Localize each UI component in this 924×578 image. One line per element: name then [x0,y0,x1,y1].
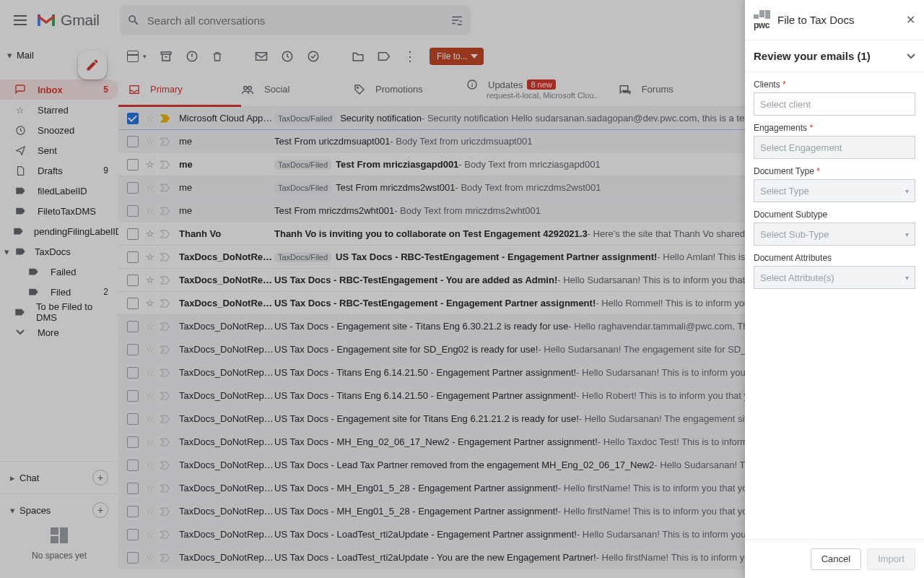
file-to-taxdocs-panel: pwc File to Tax Docs ✕ Review your email… [745,0,924,578]
doctype-label: Document Type * [754,166,915,176]
import-label: Import [878,553,905,564]
placeholder-text: Select Type [760,186,809,197]
placeholder-text: Select client [760,99,811,110]
placeholder-text: Select Sub-Type [760,229,829,240]
cancel-label: Cancel [821,553,850,564]
attrs-label: Document Attributes [754,253,915,263]
engagements-select[interactable]: Select Engagement [754,136,915,159]
panel-header: pwc File to Tax Docs ✕ [745,0,924,40]
doctype-select[interactable]: Select Type▾ [754,179,915,202]
subtype-label: Document Subtype [754,210,915,220]
clients-label: Clients * [754,79,915,90]
import-button[interactable]: Import [867,548,915,570]
chevron-down-icon: ▾ [905,230,909,238]
panel-form: Clients * Select client Engagements * Se… [745,72,924,539]
pwc-logo: pwc [754,10,770,30]
engagements-label: Engagements * [754,123,915,133]
panel-title: File to Tax Docs [777,14,854,26]
review-label: Review your emails (1) [754,50,871,62]
clients-select[interactable]: Select client [754,92,915,116]
subtype-select[interactable]: Select Sub-Type▾ [754,223,915,246]
close-button[interactable]: ✕ [906,13,915,27]
chevron-down-icon [907,53,915,59]
pwc-text: pwc [754,20,770,30]
attrs-select[interactable]: Select Attribute(s)▾ [754,266,915,289]
chevron-down-icon: ▾ [905,187,909,195]
cancel-button[interactable]: Cancel [811,548,861,570]
pwc-blocks-icon [754,10,770,19]
placeholder-text: Select Engagement [760,142,842,153]
chevron-down-icon: ▾ [905,274,909,282]
panel-footer: Cancel Import [745,539,924,578]
placeholder-text: Select Attribute(s) [760,272,834,283]
review-header[interactable]: Review your emails (1) [745,40,924,72]
